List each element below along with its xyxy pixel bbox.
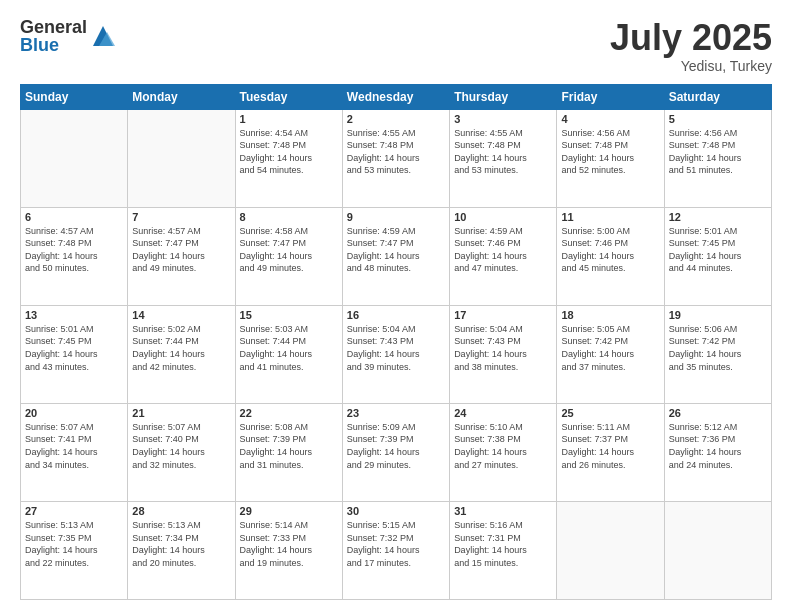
day-number: 12	[669, 211, 767, 223]
cell-text: Sunrise: 5:07 AM Sunset: 7:41 PM Dayligh…	[25, 421, 123, 471]
day-number: 19	[669, 309, 767, 321]
day-number: 1	[240, 113, 338, 125]
logo-icon	[89, 22, 117, 50]
page: General Blue July 2025 Yedisu, Turkey Su…	[0, 0, 792, 612]
table-row: 7Sunrise: 4:57 AM Sunset: 7:47 PM Daylig…	[128, 207, 235, 305]
cell-text: Sunrise: 5:01 AM Sunset: 7:45 PM Dayligh…	[25, 323, 123, 373]
day-number: 31	[454, 505, 552, 517]
col-wednesday: Wednesday	[342, 84, 449, 109]
header: General Blue July 2025 Yedisu, Turkey	[20, 18, 772, 74]
table-row: 28Sunrise: 5:13 AM Sunset: 7:34 PM Dayli…	[128, 501, 235, 599]
day-number: 11	[561, 211, 659, 223]
cell-text: Sunrise: 4:58 AM Sunset: 7:47 PM Dayligh…	[240, 225, 338, 275]
table-row: 18Sunrise: 5:05 AM Sunset: 7:42 PM Dayli…	[557, 305, 664, 403]
table-row	[664, 501, 771, 599]
logo-general: General	[20, 18, 87, 36]
day-number: 23	[347, 407, 445, 419]
day-number: 27	[25, 505, 123, 517]
table-row: 27Sunrise: 5:13 AM Sunset: 7:35 PM Dayli…	[21, 501, 128, 599]
day-number: 25	[561, 407, 659, 419]
cell-text: Sunrise: 4:56 AM Sunset: 7:48 PM Dayligh…	[561, 127, 659, 177]
cell-text: Sunrise: 5:13 AM Sunset: 7:34 PM Dayligh…	[132, 519, 230, 569]
table-row: 29Sunrise: 5:14 AM Sunset: 7:33 PM Dayli…	[235, 501, 342, 599]
cell-text: Sunrise: 5:06 AM Sunset: 7:42 PM Dayligh…	[669, 323, 767, 373]
table-row: 5Sunrise: 4:56 AM Sunset: 7:48 PM Daylig…	[664, 109, 771, 207]
cell-text: Sunrise: 5:13 AM Sunset: 7:35 PM Dayligh…	[25, 519, 123, 569]
cell-text: Sunrise: 5:09 AM Sunset: 7:39 PM Dayligh…	[347, 421, 445, 471]
day-number: 15	[240, 309, 338, 321]
table-row: 14Sunrise: 5:02 AM Sunset: 7:44 PM Dayli…	[128, 305, 235, 403]
table-row: 24Sunrise: 5:10 AM Sunset: 7:38 PM Dayli…	[450, 403, 557, 501]
cell-text: Sunrise: 4:56 AM Sunset: 7:48 PM Dayligh…	[669, 127, 767, 177]
table-row: 15Sunrise: 5:03 AM Sunset: 7:44 PM Dayli…	[235, 305, 342, 403]
logo-text: General Blue	[20, 18, 87, 54]
calendar-row-0: 1Sunrise: 4:54 AM Sunset: 7:48 PM Daylig…	[21, 109, 772, 207]
cell-text: Sunrise: 5:07 AM Sunset: 7:40 PM Dayligh…	[132, 421, 230, 471]
cell-text: Sunrise: 4:55 AM Sunset: 7:48 PM Dayligh…	[454, 127, 552, 177]
logo-blue: Blue	[20, 36, 87, 54]
table-row: 22Sunrise: 5:08 AM Sunset: 7:39 PM Dayli…	[235, 403, 342, 501]
table-row: 4Sunrise: 4:56 AM Sunset: 7:48 PM Daylig…	[557, 109, 664, 207]
cell-text: Sunrise: 4:54 AM Sunset: 7:48 PM Dayligh…	[240, 127, 338, 177]
cell-text: Sunrise: 5:12 AM Sunset: 7:36 PM Dayligh…	[669, 421, 767, 471]
table-row	[21, 109, 128, 207]
cell-text: Sunrise: 5:10 AM Sunset: 7:38 PM Dayligh…	[454, 421, 552, 471]
cell-text: Sunrise: 5:04 AM Sunset: 7:43 PM Dayligh…	[454, 323, 552, 373]
day-number: 2	[347, 113, 445, 125]
logo: General Blue	[20, 18, 117, 54]
table-row	[557, 501, 664, 599]
day-number: 28	[132, 505, 230, 517]
day-number: 10	[454, 211, 552, 223]
day-number: 21	[132, 407, 230, 419]
table-row: 6Sunrise: 4:57 AM Sunset: 7:48 PM Daylig…	[21, 207, 128, 305]
table-row: 17Sunrise: 5:04 AM Sunset: 7:43 PM Dayli…	[450, 305, 557, 403]
location: Yedisu, Turkey	[610, 58, 772, 74]
day-number: 26	[669, 407, 767, 419]
cell-text: Sunrise: 5:02 AM Sunset: 7:44 PM Dayligh…	[132, 323, 230, 373]
col-friday: Friday	[557, 84, 664, 109]
day-number: 3	[454, 113, 552, 125]
table-row: 26Sunrise: 5:12 AM Sunset: 7:36 PM Dayli…	[664, 403, 771, 501]
day-number: 6	[25, 211, 123, 223]
table-row: 9Sunrise: 4:59 AM Sunset: 7:47 PM Daylig…	[342, 207, 449, 305]
table-row: 2Sunrise: 4:55 AM Sunset: 7:48 PM Daylig…	[342, 109, 449, 207]
day-number: 4	[561, 113, 659, 125]
cell-text: Sunrise: 5:01 AM Sunset: 7:45 PM Dayligh…	[669, 225, 767, 275]
day-number: 30	[347, 505, 445, 517]
day-number: 29	[240, 505, 338, 517]
day-number: 8	[240, 211, 338, 223]
cell-text: Sunrise: 5:03 AM Sunset: 7:44 PM Dayligh…	[240, 323, 338, 373]
cell-text: Sunrise: 4:59 AM Sunset: 7:46 PM Dayligh…	[454, 225, 552, 275]
table-row: 13Sunrise: 5:01 AM Sunset: 7:45 PM Dayli…	[21, 305, 128, 403]
calendar-row-1: 6Sunrise: 4:57 AM Sunset: 7:48 PM Daylig…	[21, 207, 772, 305]
day-number: 14	[132, 309, 230, 321]
cell-text: Sunrise: 5:04 AM Sunset: 7:43 PM Dayligh…	[347, 323, 445, 373]
calendar-table: Sunday Monday Tuesday Wednesday Thursday…	[20, 84, 772, 600]
day-number: 9	[347, 211, 445, 223]
day-number: 24	[454, 407, 552, 419]
cell-text: Sunrise: 4:55 AM Sunset: 7:48 PM Dayligh…	[347, 127, 445, 177]
table-row	[128, 109, 235, 207]
day-number: 7	[132, 211, 230, 223]
table-row: 30Sunrise: 5:15 AM Sunset: 7:32 PM Dayli…	[342, 501, 449, 599]
day-number: 16	[347, 309, 445, 321]
table-row: 16Sunrise: 5:04 AM Sunset: 7:43 PM Dayli…	[342, 305, 449, 403]
cell-text: Sunrise: 4:59 AM Sunset: 7:47 PM Dayligh…	[347, 225, 445, 275]
cell-text: Sunrise: 4:57 AM Sunset: 7:48 PM Dayligh…	[25, 225, 123, 275]
cell-text: Sunrise: 5:05 AM Sunset: 7:42 PM Dayligh…	[561, 323, 659, 373]
calendar-header-row: Sunday Monday Tuesday Wednesday Thursday…	[21, 84, 772, 109]
cell-text: Sunrise: 5:15 AM Sunset: 7:32 PM Dayligh…	[347, 519, 445, 569]
calendar-row-2: 13Sunrise: 5:01 AM Sunset: 7:45 PM Dayli…	[21, 305, 772, 403]
day-number: 18	[561, 309, 659, 321]
col-tuesday: Tuesday	[235, 84, 342, 109]
table-row: 10Sunrise: 4:59 AM Sunset: 7:46 PM Dayli…	[450, 207, 557, 305]
table-row: 19Sunrise: 5:06 AM Sunset: 7:42 PM Dayli…	[664, 305, 771, 403]
table-row: 20Sunrise: 5:07 AM Sunset: 7:41 PM Dayli…	[21, 403, 128, 501]
calendar-row-4: 27Sunrise: 5:13 AM Sunset: 7:35 PM Dayli…	[21, 501, 772, 599]
table-row: 1Sunrise: 4:54 AM Sunset: 7:48 PM Daylig…	[235, 109, 342, 207]
calendar-row-3: 20Sunrise: 5:07 AM Sunset: 7:41 PM Dayli…	[21, 403, 772, 501]
table-row: 31Sunrise: 5:16 AM Sunset: 7:31 PM Dayli…	[450, 501, 557, 599]
col-thursday: Thursday	[450, 84, 557, 109]
table-row: 11Sunrise: 5:00 AM Sunset: 7:46 PM Dayli…	[557, 207, 664, 305]
day-number: 20	[25, 407, 123, 419]
